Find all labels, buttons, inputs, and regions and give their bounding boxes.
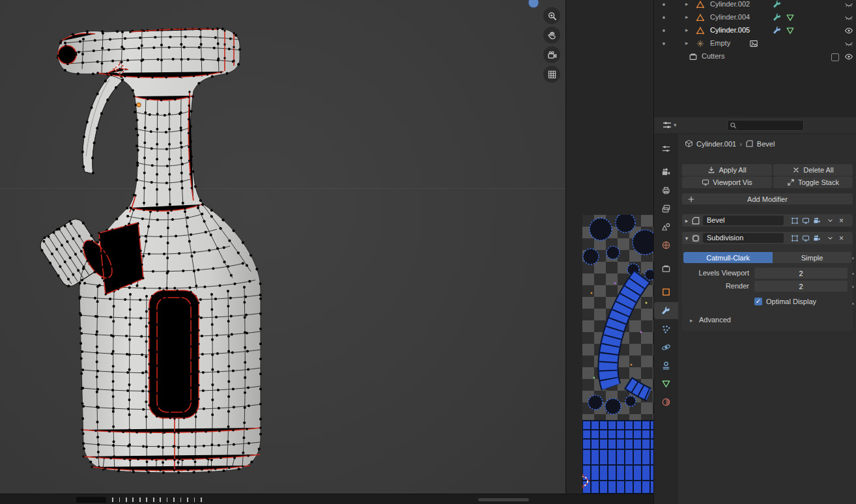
subdivision-name-field[interactable]: Subdivision [703,233,784,243]
extras-chevron-icon[interactable] [825,216,836,226]
properties-header: ▾ [654,117,856,134]
object-name[interactable]: Cylinder.005 [710,26,750,34]
viewport-vis-label: Viewport Vis [713,178,752,186]
hide-viewport-icon[interactable] [844,39,853,48]
blender-window: { "colors": { "accent_blue": "#4772b3", … [0,0,856,504]
tab-object-data[interactable] [654,376,678,391]
outliner-row-cutters[interactable]: Cutters [654,50,856,63]
add-modifier-button[interactable]: Add Modifier [682,193,853,204]
render-label: Render [682,282,749,290]
tab-output[interactable] [654,182,678,198]
bevel-name-field[interactable]: Bevel [703,216,784,225]
collection-name[interactable]: Cutters [702,52,724,60]
object-name[interactable]: Empty [710,39,730,47]
tab-render[interactable] [654,164,678,180]
catmull-clark-option[interactable]: Catmull-Clark [683,252,773,263]
hide-viewport-icon[interactable] [844,13,853,22]
timeline-scrollbar[interactable] [478,497,530,502]
outliner-row-cylinder-005[interactable]: ▸ Cylinder.005 [654,24,856,37]
disclosure-icon[interactable]: ▸ [685,1,689,7]
render-field[interactable]: 2 [754,281,848,292]
modifier-wrench-icon [773,13,782,22]
editor-type-chevron[interactable]: ▾ [674,122,677,128]
remove-modifier-icon[interactable]: × [836,233,847,244]
tab-object[interactable] [654,284,678,300]
tab-view-layer[interactable] [654,201,678,216]
breadcrumb-modifier: Bevel [757,140,775,148]
outliner-row-empty[interactable]: ▸ Empty [654,37,856,50]
animate-dot[interactable] [852,273,854,275]
render-toggle[interactable] [811,216,822,226]
realtime-toggle[interactable] [800,216,811,226]
apply-all-icon [707,166,715,174]
camera-view-icon[interactable] [543,46,560,63]
on-cage-toggle[interactable] [789,233,800,244]
tab-tool[interactable] [654,141,678,156]
editor-type-icon[interactable] [662,120,674,132]
object-origin-dot [137,103,141,107]
remove-modifier-icon[interactable]: × [836,216,847,226]
3d-viewport[interactable] [0,0,565,494]
ortho-grid-icon[interactable] [543,66,560,83]
tab-material[interactable] [654,394,678,410]
animate-dot[interactable] [852,303,854,305]
tab-modifiers-active[interactable] [654,302,678,319]
delete-all-button[interactable]: Delete All [773,164,853,176]
viewport-vis-icon [702,178,709,186]
tab-scene[interactable] [654,219,678,234]
render-toggle[interactable] [811,233,822,244]
zoom-icon[interactable] [543,7,560,24]
hide-viewport-icon[interactable] [844,0,853,9]
pan-hand-icon[interactable] [543,27,560,44]
outliner: ▸ Cylinder.002 ▸ Cylinder.004 ▸ Cylinder… [654,0,856,117]
toggle-stack-label: Toggle Stack [798,178,839,186]
simple-option[interactable]: Simple [773,252,851,263]
tab-particles[interactable] [654,321,678,337]
subdivision-modifier-header[interactable]: ▾ Subdivision × [682,232,853,244]
right-panel: ▸ Cylinder.002 ▸ Cylinder.004 ▸ Cylinder… [653,0,856,504]
on-cage-toggle[interactable] [789,216,800,226]
timeline-range-box[interactable] [76,497,106,503]
visibility-eye-icon[interactable] [844,52,853,61]
search-input[interactable] [739,121,800,130]
exclude-checkbox[interactable] [831,53,839,61]
tab-collection[interactable] [654,260,678,276]
object-name[interactable]: Cylinder.004 [710,13,750,21]
toggle-stack-button[interactable]: Toggle Stack [773,176,853,188]
apply-all-label: Apply All [719,166,746,174]
bevel-modifier-icon [745,139,754,148]
disclosure-icon[interactable]: ▸ [685,27,689,33]
visibility-eye-icon[interactable] [844,26,853,35]
extras-chevron-icon[interactable] [825,233,836,244]
bevel-modifier-header[interactable]: ▸ Bevel × [682,214,853,227]
optimal-display-checkbox[interactable]: ✓ [754,298,762,305]
disclosure-icon[interactable]: ▸ [685,40,689,46]
uv-editor[interactable] [565,0,653,494]
plus-icon [687,195,695,203]
collection-icon [689,52,698,61]
advanced-label[interactable]: Advanced [699,316,731,324]
tab-constraints[interactable] [654,357,678,373]
apply-all-button[interactable]: Apply All [682,164,772,176]
expand-icon[interactable]: ▸ [682,217,691,224]
outliner-row-cylinder-002[interactable]: ▸ Cylinder.002 [654,0,856,11]
levels-viewport-label: Levels Viewport [682,269,749,277]
subdivision-modifier-icon [691,234,700,243]
tab-physics[interactable] [654,339,678,355]
outliner-row-cylinder-004[interactable]: ▸ Cylinder.004 [654,11,856,24]
viewport-vis-button[interactable]: Viewport Vis [682,176,772,188]
search-box[interactable] [727,120,804,131]
levels-viewport-field[interactable]: 2 [754,268,848,279]
object-name[interactable]: Cylinder.002 [710,0,750,8]
simple-label: Simple [801,254,823,262]
animate-dot[interactable] [852,257,854,259]
realtime-toggle[interactable] [800,233,811,244]
collapse-icon[interactable]: ▾ [682,235,691,242]
advanced-disclosure-icon[interactable]: ▸ [690,317,693,324]
animate-dot[interactable] [852,286,854,288]
empty-object-icon [696,39,705,48]
timeline-ticks [112,497,203,502]
tab-world[interactable] [654,237,678,253]
selection-dot [663,3,665,6]
disclosure-icon[interactable]: ▸ [685,14,689,20]
